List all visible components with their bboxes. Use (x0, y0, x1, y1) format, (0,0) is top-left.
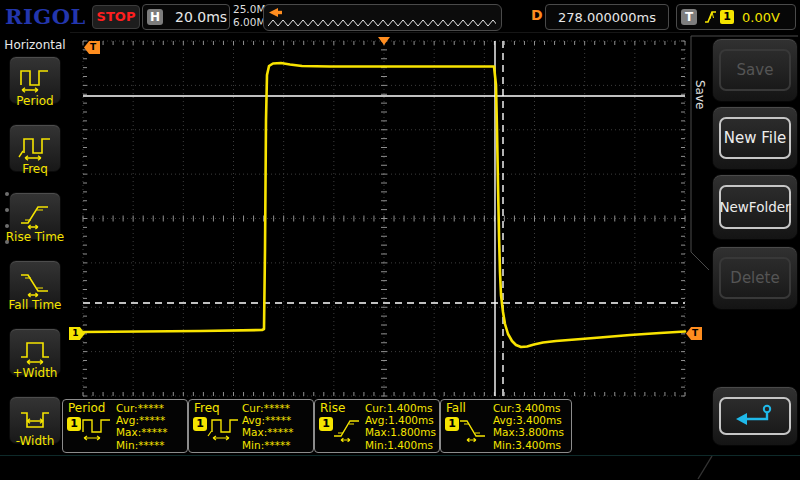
measure-row: Avg:1.400ms (365, 414, 436, 426)
new-file-button[interactable]: New File (712, 106, 798, 170)
channel-badge: 1 (445, 417, 459, 431)
save-menu-tab: Save (692, 60, 707, 130)
back-button[interactable] (712, 386, 798, 446)
panel-title: Freq (194, 401, 220, 415)
measure-row: Min:3.400ms (493, 439, 564, 451)
measure-item-neg-width-label: -Width (0, 434, 70, 448)
measure-row: Cur:***** (242, 402, 294, 414)
channel-status-bar: 1 18.2 V 2 5.00 V (0, 455, 800, 480)
channel-badge: 1 (193, 417, 207, 431)
measure-row: Max:1.800ms (365, 426, 436, 438)
panel-title: Period (68, 401, 105, 415)
channel-1-position-marker[interactable]: 1 (69, 327, 85, 340)
measurement-panel-period: Period 1 Cur:***** Avg:***** Max:***** M… (62, 399, 188, 453)
save-button: Save (712, 38, 798, 102)
horizontal-timebase-box[interactable]: H 20.0ms (142, 4, 230, 30)
measure-row: Cur:1.400ms (365, 402, 436, 414)
channel-badge: 1 (67, 417, 81, 431)
period-icon (80, 416, 114, 446)
delay-value: 278.000000ms (558, 10, 656, 25)
trigger-source-badge: 1 (720, 10, 734, 24)
measure-row: Max:***** (242, 426, 294, 438)
fall-time-icon (458, 416, 490, 446)
return-arrow-icon (733, 403, 777, 429)
trigger-badge: T (681, 9, 697, 25)
rise-time-icon (332, 416, 364, 446)
horizontal-measure-menu: Horizontal Period Freq Rise Time Fall Ti… (0, 32, 70, 452)
delete-button: Delete (712, 246, 798, 310)
panel-title: Rise (320, 401, 345, 415)
record-preview-bar[interactable] (263, 4, 502, 31)
measure-item-fall-time-label: Fall Time (0, 298, 70, 312)
new-file-button-label: New File (719, 117, 791, 159)
page-dot (5, 192, 9, 196)
fall-time-icon (17, 269, 53, 299)
measure-item-freq-label: Freq (0, 162, 70, 176)
measurement-panel-rise: Rise 1 Cur:1.400ms Avg:1.400ms Max:1.800… (314, 399, 440, 453)
measure-row: Avg:***** (116, 414, 168, 426)
measure-item-rise-time-label: Rise Time (0, 230, 70, 244)
measure-row: Avg:***** (242, 414, 294, 426)
measure-row: Min:***** (116, 439, 168, 451)
trigger-level-value: 0.00V (742, 10, 780, 25)
measure-row: Cur:***** (116, 402, 168, 414)
new-folder-button-label: NewFolder (719, 185, 791, 229)
top-status-bar: RIGOL STOP H 20.0ms 25.0MSa/s 6.00M pts … (0, 0, 800, 33)
freq-icon (206, 416, 240, 446)
record-waveform-icon (268, 18, 496, 28)
measure-row: Cur:3.400ms (493, 402, 564, 414)
trigger-level-marker[interactable]: T (686, 327, 702, 340)
run-state-indicator[interactable]: STOP (92, 5, 140, 29)
rising-edge-icon (704, 9, 717, 25)
h-badge: H (147, 9, 163, 25)
measure-row: Avg:3.400ms (493, 414, 564, 426)
period-icon (17, 65, 53, 95)
measure-item-pos-width-label: +Width (0, 366, 70, 380)
left-menu-title: Horizontal (0, 38, 70, 52)
panel-title: Fall (446, 401, 466, 415)
rise-time-icon (17, 201, 53, 231)
delay-label: D (531, 7, 543, 23)
save-button-label: Save (719, 49, 791, 91)
new-folder-button[interactable]: NewFolder (712, 174, 798, 240)
horizontal-delay-box[interactable]: 278.000000ms (545, 4, 669, 30)
channel-badge: 1 (319, 417, 333, 431)
measurement-panel-freq: Freq 1 Cur:***** Avg:***** Max:***** Min… (188, 399, 314, 453)
measure-row: Max:3.800ms (493, 426, 564, 438)
delete-button-label: Delete (719, 257, 791, 299)
trigger-position-left-marker[interactable]: T (84, 41, 100, 54)
timebase-value: 20.0ms (175, 9, 227, 25)
measure-row: Max:***** (116, 426, 168, 438)
page-dot (5, 208, 9, 212)
measure-item-period-label: Period (0, 94, 70, 108)
page-dot (5, 224, 9, 228)
pos-width-icon (17, 337, 53, 367)
measure-row: Min:1.400ms (365, 439, 436, 451)
freq-icon (17, 133, 53, 163)
trigger-info-box[interactable]: T 1 0.00V (676, 4, 796, 30)
window-position-arrow-icon (269, 8, 283, 17)
rigol-logo: RIGOL (5, 4, 86, 29)
page-dot (5, 240, 9, 244)
measurement-panel-fall: Fall 1 Cur:3.400ms Avg:3.400ms Max:3.800… (440, 399, 572, 453)
trigger-position-icon[interactable] (378, 37, 390, 45)
measure-row: Min:***** (242, 439, 294, 451)
neg-width-icon (17, 405, 53, 435)
